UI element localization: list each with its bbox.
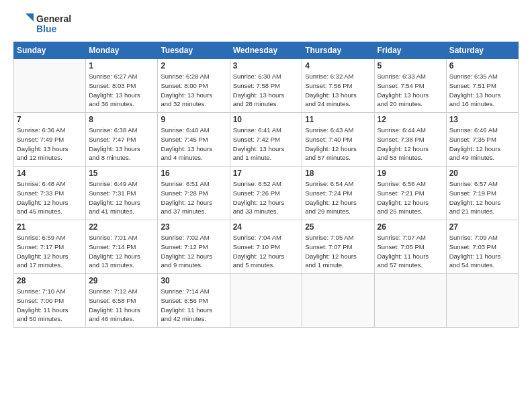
day-info: Sunrise: 7:12 AMSunset: 6:58 PMDaylight:… [89,287,154,324]
day-number: 24 [233,222,300,232]
day-info: Sunrise: 6:43 AMSunset: 7:40 PMDaylight:… [305,126,371,163]
day-info: Sunrise: 6:40 AMSunset: 7:45 PMDaylight:… [161,126,226,163]
day-number: 4 [305,61,371,71]
calendar-cell: 25Sunrise: 7:05 AMSunset: 7:07 PMDayligh… [302,220,374,274]
day-info: Sunrise: 7:14 AMSunset: 6:56 PMDaylight:… [161,287,226,324]
day-info: Sunrise: 6:59 AMSunset: 7:17 PMDaylight:… [17,233,83,270]
day-info: Sunrise: 6:30 AMSunset: 7:58 PMDaylight:… [233,72,300,109]
calendar-cell: 18Sunrise: 6:54 AMSunset: 7:24 PMDayligh… [302,167,374,220]
calendar-cell: 30Sunrise: 7:14 AMSunset: 6:56 PMDayligh… [158,274,230,328]
day-info: Sunrise: 7:02 AMSunset: 7:12 PMDaylight:… [161,233,226,270]
calendar-week-row: 28Sunrise: 7:10 AMSunset: 7:00 PMDayligh… [14,274,519,328]
calendar-cell: 1Sunrise: 6:27 AMSunset: 8:03 PMDaylight… [86,59,158,113]
calendar-cell: 13Sunrise: 6:46 AMSunset: 7:35 PMDayligh… [446,113,518,167]
day-info: Sunrise: 6:35 AMSunset: 7:51 PMDaylight:… [449,72,515,109]
day-info: Sunrise: 6:56 AMSunset: 7:21 PMDaylight:… [378,179,443,216]
day-number: 25 [305,222,371,232]
calendar-cell: 28Sunrise: 7:10 AMSunset: 7:00 PMDayligh… [14,274,86,328]
calendar-cell: 17Sunrise: 6:52 AMSunset: 7:26 PMDayligh… [230,167,302,220]
logo: General Blue [13,12,71,36]
weekday-header: Sunday [14,42,86,59]
day-info: Sunrise: 6:41 AMSunset: 7:42 PMDaylight:… [233,126,300,163]
day-number: 23 [161,222,226,232]
day-number: 6 [449,61,515,71]
day-number: 5 [378,61,443,71]
day-info: Sunrise: 7:01 AMSunset: 7:14 PMDaylight:… [89,233,154,270]
day-number: 1 [89,61,154,71]
calendar-cell [14,59,86,113]
day-info: Sunrise: 7:05 AMSunset: 7:07 PMDaylight:… [305,233,371,270]
weekday-header: Monday [86,42,158,59]
day-info: Sunrise: 6:46 AMSunset: 7:35 PMDaylight:… [449,126,515,163]
weekday-header: Wednesday [230,42,302,59]
calendar-table: SundayMondayTuesdayWednesdayThursdayFrid… [13,42,519,328]
day-number: 30 [161,276,226,285]
day-number: 15 [89,169,154,178]
day-number: 29 [89,276,154,285]
day-number: 18 [305,169,371,178]
day-number: 14 [17,169,83,178]
calendar-week-row: 21Sunrise: 6:59 AMSunset: 7:17 PMDayligh… [14,220,519,274]
day-number: 21 [17,222,83,232]
day-number: 11 [305,115,371,124]
day-number: 22 [89,222,154,232]
calendar-cell: 19Sunrise: 6:56 AMSunset: 7:21 PMDayligh… [374,167,446,220]
calendar-cell [302,274,374,328]
day-info: Sunrise: 6:33 AMSunset: 7:54 PMDaylight:… [378,72,443,109]
day-info: Sunrise: 7:10 AMSunset: 7:00 PMDaylight:… [17,287,83,324]
calendar-cell: 11Sunrise: 6:43 AMSunset: 7:40 PMDayligh… [302,113,374,167]
calendar-cell: 21Sunrise: 6:59 AMSunset: 7:17 PMDayligh… [14,220,86,274]
day-info: Sunrise: 6:49 AMSunset: 7:31 PMDaylight:… [89,179,154,216]
calendar-cell: 9Sunrise: 6:40 AMSunset: 7:45 PMDaylight… [158,113,230,167]
day-info: Sunrise: 6:44 AMSunset: 7:38 PMDaylight:… [378,126,443,163]
weekday-header: Friday [374,42,446,59]
calendar-cell [230,274,302,328]
calendar-cell: 14Sunrise: 6:48 AMSunset: 7:33 PMDayligh… [14,167,86,220]
day-number: 19 [378,169,443,178]
calendar-week-row: 7Sunrise: 6:36 AMSunset: 7:49 PMDaylight… [14,113,519,167]
day-info: Sunrise: 6:32 AMSunset: 7:56 PMDaylight:… [305,72,371,109]
calendar-cell: 15Sunrise: 6:49 AMSunset: 7:31 PMDayligh… [86,167,158,220]
calendar-cell: 7Sunrise: 6:36 AMSunset: 7:49 PMDaylight… [14,113,86,167]
day-number: 8 [89,115,154,124]
day-number: 9 [161,115,226,124]
day-number: 28 [17,276,83,285]
day-info: Sunrise: 6:51 AMSunset: 7:28 PMDaylight:… [161,179,226,216]
day-number: 3 [233,61,300,71]
day-info: Sunrise: 6:36 AMSunset: 7:49 PMDaylight:… [17,126,83,163]
calendar-cell [446,274,518,328]
day-info: Sunrise: 6:48 AMSunset: 7:33 PMDaylight:… [17,179,83,216]
calendar-cell: 6Sunrise: 6:35 AMSunset: 7:51 PMDaylight… [446,59,518,113]
day-info: Sunrise: 6:52 AMSunset: 7:26 PMDaylight:… [233,179,300,216]
calendar-week-row: 1Sunrise: 6:27 AMSunset: 8:03 PMDaylight… [14,59,519,113]
logo-general-text: General [36,14,71,24]
weekday-header: Thursday [302,42,374,59]
day-number: 16 [161,169,226,178]
day-info: Sunrise: 7:09 AMSunset: 7:03 PMDaylight:… [449,233,515,270]
calendar-cell: 29Sunrise: 7:12 AMSunset: 6:58 PMDayligh… [86,274,158,328]
calendar-week-row: 14Sunrise: 6:48 AMSunset: 7:33 PMDayligh… [14,167,519,220]
day-number: 27 [449,222,515,232]
day-number: 26 [378,222,443,232]
calendar-cell: 10Sunrise: 6:41 AMSunset: 7:42 PMDayligh… [230,113,302,167]
day-info: Sunrise: 6:38 AMSunset: 7:47 PMDaylight:… [89,126,154,163]
calendar-cell [374,274,446,328]
day-info: Sunrise: 6:28 AMSunset: 8:00 PMDaylight:… [161,72,226,109]
day-number: 13 [449,115,515,124]
calendar-cell: 8Sunrise: 6:38 AMSunset: 7:47 PMDaylight… [86,113,158,167]
day-info: Sunrise: 6:57 AMSunset: 7:19 PMDaylight:… [449,179,515,216]
day-number: 7 [17,115,83,124]
day-number: 20 [449,169,515,178]
calendar-cell: 3Sunrise: 6:30 AMSunset: 7:58 PMDaylight… [230,59,302,113]
day-number: 12 [378,115,443,124]
calendar-cell: 23Sunrise: 7:02 AMSunset: 7:12 PMDayligh… [158,220,230,274]
day-info: Sunrise: 6:54 AMSunset: 7:24 PMDaylight:… [305,179,371,216]
day-number: 10 [233,115,300,124]
logo-graphic [13,12,35,36]
calendar-cell: 26Sunrise: 7:07 AMSunset: 7:05 PMDayligh… [374,220,446,274]
logo-blue-text: Blue [36,24,71,34]
calendar-cell: 16Sunrise: 6:51 AMSunset: 7:28 PMDayligh… [158,167,230,220]
calendar-cell: 5Sunrise: 6:33 AMSunset: 7:54 PMDaylight… [374,59,446,113]
weekday-header: Saturday [446,42,518,59]
day-info: Sunrise: 7:04 AMSunset: 7:10 PMDaylight:… [233,233,300,270]
